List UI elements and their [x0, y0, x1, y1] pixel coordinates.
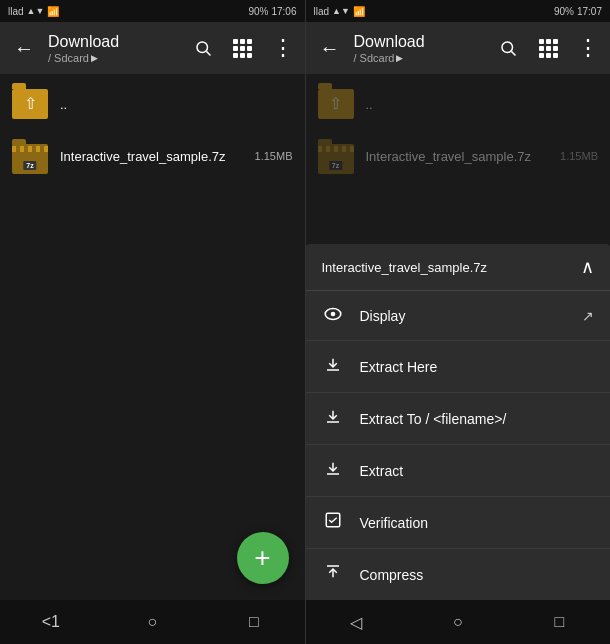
context-menu-close-button[interactable]: ∧ — [581, 256, 594, 278]
right-carrier: llad — [314, 6, 330, 17]
context-item-display-arrow: ↗ — [582, 308, 594, 324]
context-menu-header: Interactive_travel_sample.7z ∧ — [306, 244, 611, 291]
left-subtitle-text: / Sdcard ▶ — [48, 52, 181, 64]
right-file-item-parent: ⇧ .. — [306, 78, 611, 130]
left-breadcrumb-arrow: ▶ — [91, 53, 98, 63]
context-item-verification[interactable]: Verification — [306, 497, 611, 549]
left-zip-icon: 7z — [12, 138, 48, 174]
right-signal: ▲▼ — [332, 6, 350, 16]
left-toolbar: ← Download / Sdcard ▶ ⋮ — [0, 22, 305, 74]
compress-icon — [322, 563, 344, 586]
left-nav-back[interactable]: <1 — [31, 602, 71, 642]
left-nav-bar: <1 ○ □ — [0, 600, 305, 644]
svg-line-1 — [206, 51, 210, 55]
right-toolbar-icons: ⋮ — [494, 34, 602, 62]
left-grid-icon[interactable] — [229, 34, 257, 62]
left-file-item-parent[interactable]: ⇧ .. — [0, 78, 305, 130]
left-signal: ▲▼ — [27, 6, 45, 16]
context-item-extract-to[interactable]: Extract To / <filename>/ — [306, 393, 611, 445]
left-more-icon[interactable]: ⋮ — [269, 34, 297, 62]
left-search-icon[interactable] — [189, 34, 217, 62]
right-toolbar: ← Download / Sdcard ▶ ⋮ — [306, 22, 611, 74]
right-zip-size: 1.15MB — [560, 150, 598, 162]
context-menu-title: Interactive_travel_sample.7z — [322, 260, 487, 275]
right-back-button[interactable]: ← — [314, 32, 346, 64]
left-status-left: llad ▲▼ 📶 — [8, 6, 59, 17]
right-breadcrumb-arrow: ▶ — [396, 53, 403, 63]
context-item-compress-label: Compress — [360, 567, 424, 583]
context-item-extract-label: Extract — [360, 463, 404, 479]
left-toolbar-title: Download / Sdcard ▶ — [48, 32, 181, 63]
right-zip-icon: 7z — [318, 138, 354, 174]
right-nav-back[interactable]: ◁ — [336, 602, 376, 642]
right-wifi-icon: 📶 — [353, 6, 365, 17]
left-zip-name: Interactive_travel_sample.7z — [60, 149, 243, 164]
left-title-text: Download — [48, 32, 181, 51]
left-nav-recent[interactable]: □ — [234, 602, 274, 642]
left-time: 17:06 — [271, 6, 296, 17]
right-more-icon[interactable]: ⋮ — [574, 34, 602, 62]
extract-here-icon — [322, 355, 344, 378]
left-wifi-icon: 📶 — [47, 6, 59, 17]
left-battery: 90% — [248, 6, 268, 17]
right-title-text: Download — [354, 32, 487, 51]
context-item-extract[interactable]: Extract — [306, 445, 611, 497]
left-carrier: llad — [8, 6, 24, 17]
right-grid-icon[interactable] — [534, 34, 562, 62]
display-icon — [322, 305, 344, 326]
context-item-display-label: Display — [360, 308, 406, 324]
right-status-left: llad ▲▼ 📶 — [314, 6, 365, 17]
svg-point-0 — [197, 42, 208, 53]
left-back-button[interactable]: ← — [8, 32, 40, 64]
right-subtitle-text: / Sdcard ▶ — [354, 52, 487, 64]
right-zip-name: Interactive_travel_sample.7z — [366, 149, 549, 164]
svg-point-2 — [502, 42, 513, 53]
right-file-item-7z: 7z Interactive_travel_sample.7z 1.15MB — [306, 130, 611, 182]
left-nav-home[interactable]: ○ — [132, 602, 172, 642]
right-time: 17:07 — [577, 6, 602, 17]
context-menu: Interactive_travel_sample.7z ∧ Display ↗ — [306, 244, 611, 600]
left-fab-button[interactable]: + — [237, 532, 289, 584]
right-nav-home[interactable]: ○ — [438, 602, 478, 642]
right-toolbar-title: Download / Sdcard ▶ — [354, 32, 487, 63]
left-folder-parent-icon: ⇧ — [12, 86, 48, 122]
right-panel: llad ▲▼ 📶 90% 17:07 ← Download / Sdcard … — [306, 0, 611, 644]
right-status-bar: llad ▲▼ 📶 90% 17:07 — [306, 0, 611, 22]
context-item-extract-here-label: Extract Here — [360, 359, 438, 375]
right-search-icon[interactable] — [494, 34, 522, 62]
verification-icon — [322, 511, 344, 534]
right-nav-bar: ◁ ○ □ — [306, 600, 611, 644]
right-folder-parent-icon: ⇧ — [318, 86, 354, 122]
left-status-right: 90% 17:06 — [248, 6, 296, 17]
up-arrow-icon: ⇧ — [24, 96, 37, 112]
right-battery: 90% — [554, 6, 574, 17]
left-status-bar: llad ▲▼ 📶 90% 17:06 — [0, 0, 305, 22]
left-zip-size: 1.15MB — [255, 150, 293, 162]
right-status-right: 90% 17:07 — [554, 6, 602, 17]
context-item-extract-to-label: Extract To / <filename>/ — [360, 411, 507, 427]
right-nav-recent[interactable]: □ — [539, 602, 579, 642]
left-file-item-7z[interactable]: 7z Interactive_travel_sample.7z 1.15MB — [0, 130, 305, 182]
context-item-display[interactable]: Display ↗ — [306, 291, 611, 341]
left-parent-name: .. — [60, 97, 293, 112]
context-item-verification-label: Verification — [360, 515, 428, 531]
left-toolbar-icons: ⋮ — [189, 34, 297, 62]
left-panel: llad ▲▼ 📶 90% 17:06 ← Download / Sdcard … — [0, 0, 305, 644]
svg-line-3 — [511, 51, 515, 55]
right-up-arrow-icon: ⇧ — [329, 96, 342, 112]
svg-point-5 — [330, 312, 335, 317]
context-item-compress[interactable]: Compress — [306, 549, 611, 600]
left-fab-icon: + — [254, 542, 270, 574]
extract-to-icon — [322, 407, 344, 430]
extract-icon — [322, 459, 344, 482]
left-file-list: ⇧ .. 7z Interactive_travel_sample.7z 1.1… — [0, 74, 305, 600]
context-item-extract-here[interactable]: Extract Here — [306, 341, 611, 393]
right-parent-name: .. — [366, 97, 599, 112]
